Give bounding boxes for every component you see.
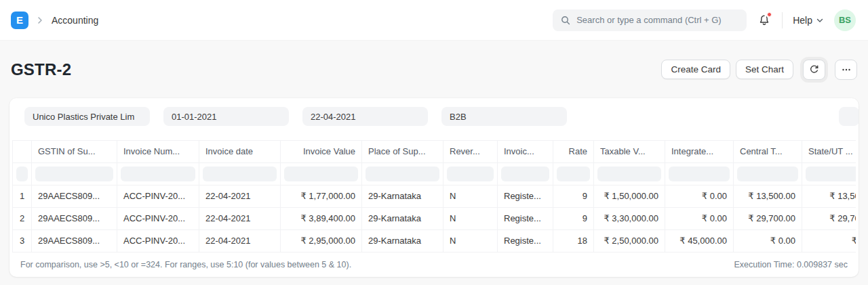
cell-reverse-charge[interactable]: N: [443, 208, 498, 229]
column-filter-input[interactable]: [284, 167, 358, 181]
column-header[interactable]: Invoice Value: [281, 141, 362, 162]
chevron-right-icon: [35, 15, 45, 26]
cell-invoice-type[interactable]: Registe...: [498, 230, 553, 252]
app-logo-icon[interactable]: E: [11, 12, 28, 29]
cell-place-of-supply[interactable]: 29-Karnataka: [362, 185, 443, 207]
cell-place-of-supply[interactable]: 29-Karnataka: [362, 230, 443, 252]
notification-dot: [767, 12, 772, 17]
column-filter-input[interactable]: [669, 167, 730, 181]
column-filter-cell[interactable]: [362, 163, 443, 185]
column-header[interactable]: Place of Sup...: [362, 141, 443, 162]
cell-gstin[interactable]: 29AAECS809...: [32, 185, 117, 207]
column-filter-cell[interactable]: [594, 163, 665, 185]
search-input[interactable]: [576, 15, 739, 25]
column-header[interactable]: Invoice Num...: [117, 141, 199, 162]
set-chart-button[interactable]: Set Chart: [736, 60, 793, 79]
cell-invoice-number[interactable]: ACC-PINV-20...: [117, 208, 199, 229]
column-filter-input[interactable]: [366, 167, 439, 181]
cell-invoice-number[interactable]: ACC-PINV-20...: [117, 230, 199, 252]
column-header[interactable]: Rate: [553, 141, 594, 162]
cell-invoice-value[interactable]: ₹ 1,77,000.00: [281, 185, 362, 207]
cell-rate[interactable]: 9: [553, 185, 594, 207]
cell-state-ut-tax[interactable]: ₹ 13,500.00: [802, 185, 856, 207]
column-header[interactable]: Invoice date: [199, 141, 281, 162]
cell-reverse-charge[interactable]: N: [443, 185, 498, 207]
cell-taxable-value[interactable]: ₹ 1,50,000.00: [594, 185, 665, 207]
company-filter-input[interactable]: [24, 107, 150, 126]
row-number[interactable]: 3: [13, 230, 32, 252]
type-filter-input[interactable]: [441, 107, 567, 126]
ellipsis-icon: [841, 64, 852, 75]
cell-invoice-date[interactable]: 22-04-2021: [199, 208, 281, 229]
column-filter-cell[interactable]: [665, 163, 734, 185]
column-header[interactable]: Rever...: [443, 141, 498, 162]
column-filter-input[interactable]: [35, 167, 113, 181]
create-card-button[interactable]: Create Card: [661, 60, 730, 79]
cell-integrated-tax[interactable]: ₹ 0.00: [665, 185, 734, 207]
help-menu[interactable]: Help: [793, 15, 824, 26]
cell-taxable-value[interactable]: ₹ 2,50,000.00: [594, 230, 665, 252]
breadcrumb-item-accounting[interactable]: Accounting: [52, 15, 98, 26]
cell-rate[interactable]: 9: [553, 208, 594, 229]
column-filter-cell[interactable]: [734, 163, 802, 185]
to-date-filter-input[interactable]: [302, 107, 428, 126]
column-filter-cell[interactable]: [553, 163, 594, 185]
cell-gstin[interactable]: 29AAECS809...: [32, 208, 117, 229]
select-all-box[interactable]: [16, 167, 28, 181]
cell-central-tax[interactable]: ₹ 13,500.00: [734, 185, 802, 207]
column-filter-cell[interactable]: [32, 163, 117, 185]
column-filter-input[interactable]: [737, 167, 798, 181]
notifications-button[interactable]: [757, 13, 772, 28]
more-menu-button[interactable]: [835, 60, 857, 80]
cell-state-ut-tax[interactable]: ₹ 0.00: [802, 230, 856, 252]
cell-central-tax[interactable]: ₹ 0.00: [734, 230, 802, 252]
refresh-button[interactable]: [803, 60, 825, 80]
column-filter-input[interactable]: [597, 167, 661, 181]
column-filter-cell[interactable]: [802, 163, 856, 185]
filter-input-partial[interactable]: [839, 107, 859, 126]
row-number[interactable]: 2: [13, 208, 32, 229]
column-filter-cell[interactable]: [281, 163, 362, 185]
select-all-cell[interactable]: [13, 163, 32, 185]
cell-invoice-value[interactable]: ₹ 3,89,400.00: [281, 208, 362, 229]
navbar-divider: [782, 12, 783, 28]
column-filter-input[interactable]: [501, 167, 549, 181]
column-filter-input[interactable]: [557, 167, 590, 181]
column-filter-input[interactable]: [806, 167, 856, 181]
cell-gstin[interactable]: 29AAECS809...: [32, 230, 117, 252]
cell-reverse-charge[interactable]: N: [443, 230, 498, 252]
column-filter-input[interactable]: [121, 167, 195, 181]
column-filter-input[interactable]: [447, 167, 494, 181]
column-header[interactable]: Integrate...: [665, 141, 734, 162]
cell-taxable-value[interactable]: ₹ 3,30,000.00: [594, 208, 665, 229]
cell-invoice-type[interactable]: Registe...: [498, 185, 553, 207]
cell-central-tax[interactable]: ₹ 29,700.00: [734, 208, 802, 229]
from-date-filter-input[interactable]: [163, 107, 289, 126]
cell-invoice-type[interactable]: Registe...: [498, 208, 553, 229]
cell-invoice-date[interactable]: 22-04-2021: [199, 230, 281, 252]
row-number[interactable]: 1: [13, 185, 32, 207]
column-filter-cell[interactable]: [443, 163, 498, 185]
cell-integrated-tax[interactable]: ₹ 0.00: [665, 208, 734, 229]
column-header[interactable]: GSTIN of Su...: [32, 141, 117, 162]
column-filter-cell[interactable]: [199, 163, 281, 185]
column-header[interactable]: State/UT ...: [802, 141, 856, 162]
page-title: GSTR-2: [11, 60, 71, 79]
cell-invoice-date[interactable]: 22-04-2021: [199, 185, 281, 207]
cell-rate[interactable]: 18: [553, 230, 594, 252]
report-table: GSTIN of Su... Invoice Num... Invoice da…: [12, 140, 856, 253]
column-filter-cell[interactable]: [117, 163, 199, 185]
cell-integrated-tax[interactable]: ₹ 45,000.00: [665, 230, 734, 252]
user-avatar[interactable]: BS: [834, 9, 856, 31]
column-filter-input[interactable]: [203, 167, 277, 181]
page-head: GSTR-2 Create Card Set Chart: [0, 41, 868, 98]
global-search[interactable]: [553, 9, 747, 31]
cell-invoice-number[interactable]: ACC-PINV-20...: [117, 185, 199, 207]
column-header[interactable]: Invoic...: [498, 141, 553, 162]
cell-place-of-supply[interactable]: 29-Karnataka: [362, 208, 443, 229]
column-header[interactable]: Taxable V...: [594, 141, 665, 162]
column-header[interactable]: Central T...: [734, 141, 802, 162]
cell-state-ut-tax[interactable]: ₹ 29,700.00: [802, 208, 856, 229]
cell-invoice-value[interactable]: ₹ 2,95,000.00: [281, 230, 362, 252]
column-filter-cell[interactable]: [498, 163, 553, 185]
